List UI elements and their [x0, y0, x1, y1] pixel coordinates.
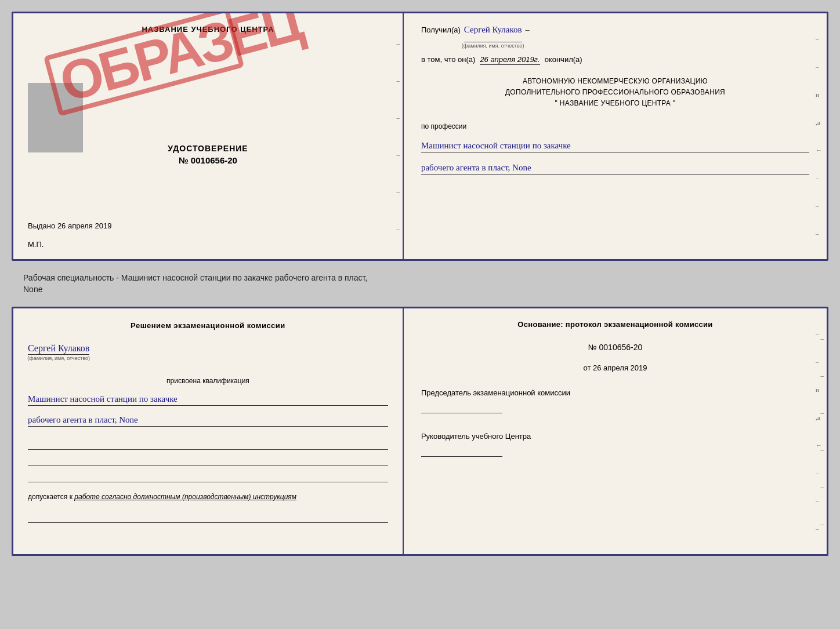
middle-text-line1: Рабочая специальность - Машинист насосно… [23, 273, 367, 282]
udostoverenie-block: УДОСТОВЕРЕНИЕ № 0010656-20 [168, 144, 248, 165]
top-document: НАЗВАНИЕ УЧЕБНОГО ЦЕНТРА ОБРАЗЕЦ УДОСТОВ… [12, 12, 828, 261]
bottom-document: Решением экзаменационной комиссии Сергей… [12, 307, 828, 556]
blank-lines-block [28, 438, 388, 482]
poluchil-name: Сергей Кулаков (фамилия, имя, отчество) [464, 25, 522, 42]
udostoverenie-number: № 0010656-20 [168, 155, 248, 165]
predsedatel-label: Председатель экзаменационной комиссии [421, 387, 809, 399]
resheniyem-title: Решением экзаменационной комиссии [28, 320, 388, 332]
protocol-number: № 0010656-20 [421, 343, 809, 352]
predsedatel-sign-line [421, 402, 502, 413]
ot-date: от 26 апреля 2019 [421, 363, 809, 372]
vtom-date: 26 апреля 2019г. [480, 55, 540, 65]
person-name-wrapper: Сергей Кулаков (фамилия, имя, отчество) [28, 337, 388, 363]
vydano-line: Выдано 26 апреля 2019 [28, 221, 111, 230]
blank-line-bottom [28, 511, 388, 523]
dash-right: – [526, 26, 530, 34]
vtom-label: в том, что он(а) [421, 55, 475, 64]
osnovanie-label: Основание: протокол экзаменационной коми… [421, 320, 809, 329]
qualification-line-2: рабочего агента в пласт, None [28, 415, 388, 427]
dopuskaetsya-block: допускается к работе согласно должностны… [28, 493, 388, 501]
poluchil-label: Получил(а) [421, 26, 461, 34]
rukovoditel-sign-line [421, 445, 502, 457]
org-center-name: НАЗВАНИЕ УЧЕБНОГО ЦЕНТРА [560, 99, 671, 107]
page-wrapper: НАЗВАНИЕ УЧЕБНОГО ЦЕНТРА ОБРАЗЕЦ УДОСТОВ… [12, 12, 828, 556]
poluchil-row: Получил(а) Сергей Кулаков (фамилия, имя,… [421, 25, 809, 42]
org-line1: АВТОНОМНУЮ НЕКОММЕРЧЕСКУЮ ОРГАНИЗАЦИЮ [421, 76, 809, 87]
ot-date-value: 26 апреля 2019 [593, 363, 647, 372]
left-panel-dashes: – – – – – – [396, 13, 400, 259]
okonchil-label: окончил(а) [545, 55, 582, 64]
qualification-line-1: Машинист насосной станции по закачке [28, 394, 388, 406]
profession-line-2: рабочего агента в пласт, None [421, 163, 809, 174]
org-center-line: " НАЗВАНИЕ УЧЕБНОГО ЦЕНТРА " [421, 98, 809, 109]
prisvoena-label: присвоена квалификация [28, 377, 388, 385]
ot-label: от [583, 363, 591, 372]
rukovoditel-label: Руководитель учебного Центра [421, 431, 809, 443]
mp-label: М.П. [28, 240, 44, 249]
person-name-bottom: Сергей Кулаков (фамилия, имя, отчество) [28, 343, 89, 355]
poluchil-sub: (фамилия, имя, отчество) [462, 43, 524, 49]
vtom-row: в том, что он(а) 26 апреля 2019г. окончи… [421, 55, 809, 65]
blank-line-3 [28, 471, 388, 482]
po-professii-label: по профессии [421, 122, 809, 130]
dopuskaetsya-text: работе согласно должностным (производств… [74, 493, 296, 501]
bottom-right-marks: – – и ,а ← – – – [816, 308, 822, 554]
blank-line-1 [28, 438, 388, 450]
middle-text-line2: None [23, 285, 42, 294]
middle-text: Рабочая специальность - Машинист насосно… [12, 268, 828, 300]
org-block: АВТОНОМНУЮ НЕКОММЕРЧЕСКУЮ ОРГАНИЗАЦИЮ ДО… [421, 76, 809, 110]
right-panel-marks: – – и ,а ← – – – [816, 13, 822, 259]
predsedatel-block: Председатель экзаменационной комиссии [421, 387, 809, 413]
left-panel: НАЗВАНИЕ УЧЕБНОГО ЦЕНТРА ОБРАЗЕЦ УДОСТОВ… [13, 13, 404, 259]
right-panel: Получил(а) Сергей Кулаков (фамилия, имя,… [404, 13, 827, 259]
person-sub: (фамилия, имя, отчество) [27, 355, 90, 361]
vydano-date: 26 апреля 2019 [57, 221, 112, 230]
bottom-left: Решением экзаменационной комиссии Сергей… [13, 308, 404, 554]
rukovoditel-block: Руководитель учебного Центра [421, 431, 809, 457]
udostoverenie-title: УДОСТОВЕРЕНИЕ [168, 144, 248, 153]
org-line2: ДОПОЛНИТЕЛЬНОГО ПРОФЕССИОНАЛЬНОГО ОБРАЗО… [421, 87, 809, 98]
profession-line-1: Машинист насосной станции по закачке [421, 141, 809, 152]
bottom-right: Основание: протокол экзаменационной коми… [404, 308, 827, 554]
vydano-label: Выдано [28, 221, 55, 230]
blank-line-2 [28, 455, 388, 466]
dopuskaetsya-label: допускается к [28, 493, 73, 501]
